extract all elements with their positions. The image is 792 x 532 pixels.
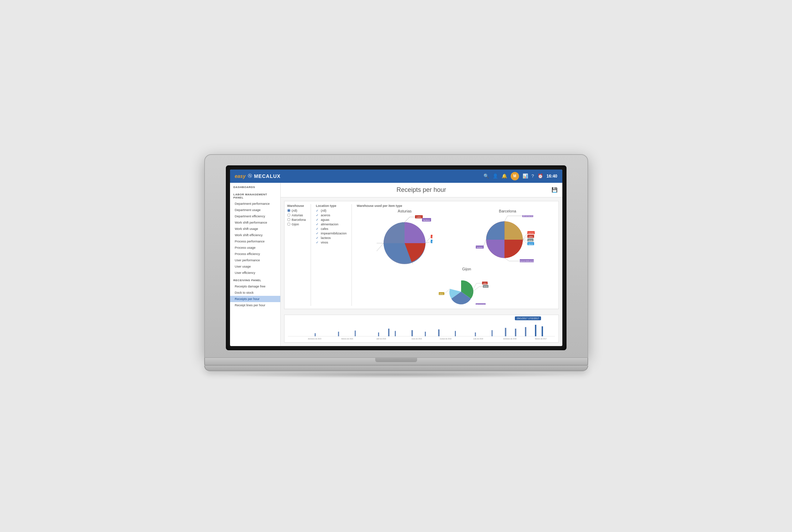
barcelona-pie-svg: alimentacion aceros cafes [473, 215, 542, 264]
svg-text:lacteos: lacteos [423, 219, 430, 221]
avatar[interactable]: M [511, 172, 519, 180]
checkbox-label-lacteos: lacteos [321, 236, 331, 240]
svg-text:otros: otros [439, 293, 443, 295]
svg-rect-64 [314, 333, 316, 336]
sidebar-item-workshift-performance[interactable]: Work shift performance [230, 219, 280, 226]
sidebar-item-dock-to-stock[interactable]: Dock to stock [230, 290, 280, 296]
svg-text:dic/enero de 2016: dic/enero de 2016 [503, 337, 516, 339]
sidebar-item-user-usage[interactable]: User usage [230, 263, 280, 270]
svg-line-42 [523, 240, 527, 244]
asturias-chart: Asturias [357, 209, 453, 265]
sidebar-item-receipts-damage[interactable]: Receipts damage free [230, 283, 280, 290]
checkbox-impermeabilizacion[interactable]: ✓ impearmibilizacion [316, 232, 347, 235]
checkbox-label-aceros: aceros [321, 213, 330, 217]
svg-line-29 [523, 233, 527, 239]
barcelona-title: Barcelona [460, 209, 556, 213]
svg-text:dic/enero de 2015: dic/enero de 2015 [308, 337, 321, 339]
bell-icon[interactable]: 🔔 [502, 173, 507, 179]
page-title-bar: Receipts per hour 💾 [281, 183, 562, 197]
svg-text:cafes: cafes [416, 216, 421, 218]
checkbox-all[interactable]: ✓ (All) [316, 209, 347, 212]
svg-rect-80 [541, 326, 543, 336]
sidebar-item-workshift-efficiency[interactable]: Work shift efficiency [230, 232, 280, 238]
radio-gijon[interactable]: Gijon [287, 223, 306, 226]
svg-text:febrero de 2016: febrero de 2016 [341, 337, 353, 339]
svg-rect-73 [455, 331, 456, 336]
svg-line-12 [425, 237, 431, 243]
screen-bezel: easy Ⓝ MECALUX 🔍 👤 🔔 M 📊 ? ⏰ 16:40 [226, 165, 567, 350]
checkbox-label-cafes: cafes [321, 227, 328, 231]
chart-icon[interactable]: 📊 [523, 173, 528, 179]
svg-rect-71 [425, 331, 426, 336]
checkbox-vinos[interactable]: ✓ vinos [316, 241, 347, 244]
checkbox-lacteos[interactable]: ✓ lacteos [316, 236, 347, 240]
laptop-stand [204, 366, 588, 371]
date-range-badge: 29/1/2017 17/2/2017 [515, 316, 541, 320]
radio-barcelona[interactable]: Barcelona [287, 218, 306, 222]
svg-text:aceros: aceros [432, 236, 432, 238]
sidebar-item-user-performance[interactable]: User performance [230, 257, 280, 263]
main-layout: DASHBOARDS LABOR MANAGEMENT PANEL Depart… [230, 183, 562, 346]
radio-asturias[interactable]: Asturias [287, 213, 306, 217]
logo-icon: Ⓝ [248, 173, 252, 179]
sidebar-item-process-performance[interactable]: Process performance [230, 238, 280, 245]
svg-text:aguas: aguas [528, 243, 533, 245]
sidebar-item-user-efficiency[interactable]: User efficiency [230, 270, 280, 276]
check-icon-vinos: ✓ [316, 241, 319, 244]
checkbox-label-aguas: aguas [321, 218, 330, 222]
svg-text:febrero de 2017: febrero de 2017 [535, 337, 547, 339]
user-icon[interactable]: 👤 [493, 173, 498, 179]
svg-line-60 [444, 289, 450, 294]
export-icon[interactable]: 💾 [552, 187, 557, 193]
svg-rect-66 [355, 330, 356, 336]
sidebar-item-process-usage[interactable]: Process usage [230, 245, 280, 251]
sidebar-item-receipt-lines[interactable]: Receipt lines per hour [230, 302, 280, 308]
asturias-title: Asturias [357, 209, 453, 213]
check-icon-aceros: ✓ [316, 213, 319, 217]
checkbox-aceros[interactable]: ✓ aceros [316, 213, 347, 217]
radio-label-gijon: Gijon [292, 223, 299, 226]
gijon-chart: Gijon [378, 267, 555, 306]
location-filter: Location type ✓ (All) ✓ aceros [316, 204, 347, 306]
timeline-svg: dic/enero de 2015 febrero de 2016 abril … [288, 317, 555, 340]
svg-rect-76 [505, 328, 506, 336]
charts-label-area: Warehouse used per item type Asturias [357, 204, 555, 306]
laptop-wrapper: easy Ⓝ MECALUX 🔍 👤 🔔 M 📊 ? ⏰ 16:40 [204, 154, 588, 378]
sidebar-item-dept-usage[interactable]: Department usage [230, 207, 280, 213]
date-range-start: 29/1/2017 [517, 317, 527, 320]
svg-rect-72 [438, 329, 439, 336]
sidebar-item-receipts-per-hour[interactable]: Receipts per hour [230, 296, 280, 302]
radio-label-barcelona: Barcelona [292, 218, 306, 222]
laptop-body: easy Ⓝ MECALUX 🔍 👤 🔔 M 📊 ? ⏰ 16:40 [204, 154, 588, 358]
labor-panel-header: LABOR MANAGEMENT PANEL [230, 190, 280, 201]
check-icon-impermeabilizacion: ✓ [316, 232, 319, 235]
svg-rect-67 [378, 332, 379, 336]
sidebar-item-dept-efficiency[interactable]: Department efficiency [230, 213, 280, 219]
barcelona-chart: Barcelona [460, 209, 556, 265]
checkbox-cafes[interactable]: ✓ cafes [316, 227, 347, 231]
checkbox-label-impermeabilizacion: impearmibilizacion [321, 232, 347, 235]
checkbox-label-alimentacion: alimentacion [321, 223, 339, 226]
radio-dot-gijon [287, 223, 290, 226]
sidebar-item-workshift-usage[interactable]: Work shift usage [230, 226, 280, 232]
sidebar-item-dept-performance[interactable]: Department performance [230, 201, 280, 207]
svg-line-21 [377, 243, 384, 257]
svg-rect-74 [475, 332, 476, 336]
sidebar-item-process-efficiency[interactable]: Process efficiency [230, 251, 280, 257]
svg-rect-65 [338, 331, 339, 336]
checkbox-alimentacion[interactable]: ✓ alimentacion [316, 223, 347, 226]
top-bar: easy Ⓝ MECALUX 🔍 👤 🔔 M 📊 ? ⏰ 16:40 [230, 170, 562, 183]
content-area: Receipts per hour 💾 Warehouse [281, 183, 562, 346]
filter-divider [311, 204, 311, 306]
timeline-area: 29/1/2017 17/2/2017 [284, 315, 559, 343]
svg-text:lacteos: lacteos [477, 246, 483, 248]
help-icon[interactable]: ? [532, 173, 534, 179]
sidebar: DASHBOARDS LABOR MANAGEMENT PANEL Depart… [230, 183, 281, 346]
radio-all[interactable]: (All) [287, 209, 306, 212]
gijon-pie-svg: cafes vinos [439, 273, 495, 305]
search-icon[interactable]: 🔍 [483, 173, 489, 179]
checkbox-aguas[interactable]: ✓ aguas [316, 218, 347, 222]
clock-icon[interactable]: ⏰ [538, 173, 543, 179]
svg-text:cafes: cafes [528, 235, 533, 238]
filter-row: Warehouse (All) Asturias [284, 201, 559, 309]
